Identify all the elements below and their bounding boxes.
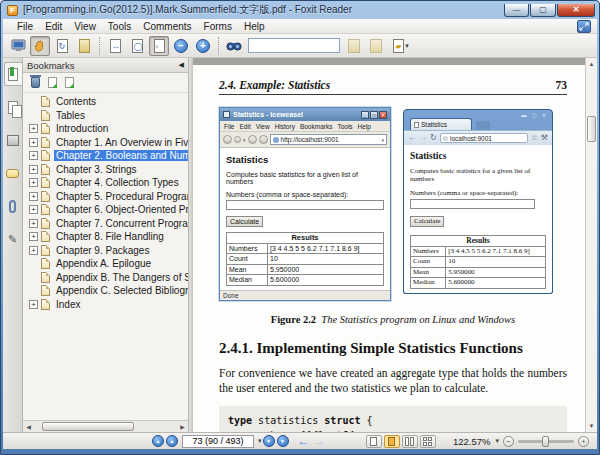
- scrollbar-thumb[interactable]: [42, 422, 134, 431]
- scroll-left-icon[interactable]: ◀: [23, 423, 34, 430]
- expander-icon[interactable]: +: [29, 246, 38, 255]
- bookmark-item[interactable]: +Contents: [23, 95, 188, 109]
- bookmark-item[interactable]: +Index: [23, 298, 188, 312]
- chevron-down-icon: ▾: [243, 137, 246, 143]
- menu-forms[interactable]: Forms: [198, 21, 238, 32]
- bookmark-item[interactable]: +Introduction: [23, 122, 188, 136]
- comments-panel-tab[interactable]: [4, 161, 22, 185]
- snapshot-icon[interactable]: ↻: [52, 36, 72, 56]
- fig-menu-item: File: [224, 123, 234, 130]
- zoom-slider-thumb[interactable]: [542, 436, 549, 447]
- fig-results-table: Results Numbers[3 4 4.5 5 5 6.2 7.1 7.1 …: [410, 235, 546, 289]
- forward-icon: →: [419, 134, 427, 142]
- scrollbar-thumb[interactable]: [587, 116, 596, 142]
- close-button[interactable]: ✕: [557, 4, 595, 17]
- previous-view-button[interactable]: ←: [298, 434, 310, 448]
- menu-help[interactable]: Help: [238, 21, 271, 32]
- zoom-percent[interactable]: 122.57%: [453, 436, 491, 447]
- signature-panel-tab[interactable]: ✎: [4, 227, 22, 251]
- menu-comments[interactable]: Comments: [137, 21, 197, 32]
- delete-bookmark-icon[interactable]: [31, 77, 40, 88]
- bookmark-item[interactable]: +Appendix C. Selected Bibliography: [23, 284, 188, 298]
- find-next-icon[interactable]: [366, 36, 386, 56]
- menu-tools[interactable]: Tools: [102, 21, 137, 32]
- zoom-slider[interactable]: [518, 440, 574, 443]
- fig-calculate-button: Calculate: [226, 216, 263, 227]
- bookmark-item[interactable]: +Chapter 5. Procedural Programming: [23, 190, 188, 204]
- attachments-panel-tab[interactable]: [4, 194, 22, 218]
- fig-numbers-input: [410, 199, 535, 209]
- page-number-field[interactable]: [182, 435, 254, 448]
- expander-icon[interactable]: +: [29, 219, 38, 228]
- bookmark-item[interactable]: +Tables: [23, 109, 188, 123]
- highlight-tool-icon[interactable]: ▰▾: [388, 36, 414, 56]
- next-view-button[interactable]: →: [314, 434, 326, 448]
- document-vertical-scrollbar[interactable]: ▲ ▼: [585, 58, 597, 432]
- zoom-in-icon[interactable]: +: [193, 36, 213, 56]
- fig-numbers-label: Numbers (comma or space-separated):: [226, 191, 384, 198]
- actual-size-icon[interactable]: ▫: [149, 36, 169, 56]
- title-bar: F [Programming.in.Go(2012.5)].Mark.Summe…: [1, 1, 599, 18]
- previous-page-button[interactable]: ▲: [166, 435, 178, 447]
- first-page-button[interactable]: ▲: [152, 435, 164, 447]
- collapse-bookmark-icon[interactable]: [65, 77, 74, 88]
- app-window: F [Programming.in.Go(2012.5)].Mark.Summe…: [0, 0, 600, 455]
- bookmark-item[interactable]: +Appendix B. The Dangers of Software Pa: [23, 271, 188, 285]
- last-page-button[interactable]: ▼: [277, 435, 289, 447]
- zoom-in-button[interactable]: +: [578, 436, 589, 447]
- scroll-down-icon[interactable]: ▼: [586, 420, 597, 432]
- maximize-button[interactable]: ▢: [530, 4, 556, 17]
- expand-bookmark-icon[interactable]: [48, 77, 57, 88]
- fit-page-icon[interactable]: ◯: [127, 36, 147, 56]
- pages-panel-tab[interactable]: [4, 95, 22, 119]
- bookmark-item[interactable]: +Appendix A. Epilogue: [23, 257, 188, 271]
- menu-edit[interactable]: Edit: [39, 21, 68, 32]
- single-page-button[interactable]: [366, 435, 382, 448]
- scroll-up-icon[interactable]: ▲: [586, 58, 597, 70]
- chevron-down-icon[interactable]: ▾: [258, 437, 262, 445]
- zoom-out-button[interactable]: −: [503, 436, 514, 447]
- scroll-right-icon[interactable]: ▶: [177, 423, 188, 430]
- clipboard-icon[interactable]: [74, 36, 94, 56]
- expander-icon[interactable]: +: [29, 300, 38, 309]
- expander-icon[interactable]: +: [29, 124, 38, 133]
- bookmark-item[interactable]: +Chapter 1. An Overview in Five Examples: [23, 136, 188, 150]
- fig-menu-item: Tools: [337, 123, 352, 130]
- collapse-panel-icon[interactable]: ◀: [179, 61, 184, 69]
- expander-icon[interactable]: +: [29, 192, 38, 201]
- bookmark-item[interactable]: +Chapter 6. Object-Oriented Programming: [23, 203, 188, 217]
- minimize-button[interactable]: —: [504, 4, 529, 17]
- zoom-out-icon[interactable]: −: [171, 36, 191, 56]
- menu-file[interactable]: File: [11, 21, 39, 32]
- continuous-facing-button[interactable]: [420, 435, 436, 448]
- search-input[interactable]: [248, 38, 340, 53]
- hand-tool-icon[interactable]: [30, 36, 50, 56]
- expander-icon[interactable]: +: [29, 165, 38, 174]
- bookmarks-panel-tab[interactable]: [4, 62, 22, 86]
- bookmark-page-icon: [41, 258, 50, 269]
- bookmark-item[interactable]: +Chapter 3. Strings: [23, 163, 188, 177]
- continuous-page-button[interactable]: [384, 435, 400, 448]
- sidebar-horizontal-scrollbar[interactable]: ◀ ▶: [23, 420, 188, 432]
- bookmark-item[interactable]: +Chapter 7. Concurrent Programming: [23, 217, 188, 231]
- chevron-down-icon[interactable]: ▾: [495, 437, 499, 445]
- expander-icon[interactable]: +: [29, 151, 38, 160]
- window-controls: — ▢ ✕: [503, 4, 595, 17]
- layers-panel-tab[interactable]: [4, 128, 22, 152]
- chrome-tab: Statistics: [410, 118, 472, 130]
- menu-view[interactable]: View: [68, 21, 102, 32]
- bookmark-item[interactable]: +Chapter 8. File Handling: [23, 230, 188, 244]
- expander-icon[interactable]: +: [29, 178, 38, 187]
- next-page-button[interactable]: ▼: [263, 435, 275, 447]
- expander-icon[interactable]: +: [29, 205, 38, 214]
- bookmark-item-selected[interactable]: +Chapter 2. Booleans and Numbers: [23, 149, 188, 163]
- fit-width-icon[interactable]: ↔: [105, 36, 125, 56]
- fullscreen-icon[interactable]: [577, 20, 591, 33]
- monitor-icon[interactable]: [8, 36, 28, 56]
- expander-icon[interactable]: +: [29, 138, 38, 147]
- bookmark-item[interactable]: +Chapter 9. Packages: [23, 244, 188, 258]
- expander-icon[interactable]: +: [29, 232, 38, 241]
- facing-page-button[interactable]: [402, 435, 418, 448]
- find-previous-icon[interactable]: [344, 36, 364, 56]
- bookmark-item[interactable]: +Chapter 4. Collection Types: [23, 176, 188, 190]
